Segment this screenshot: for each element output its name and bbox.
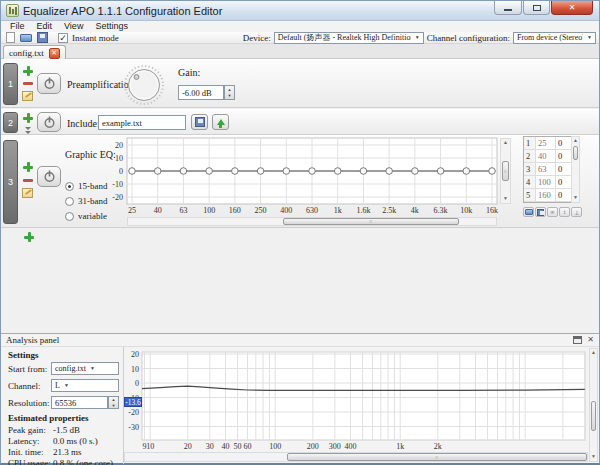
svg-text:63: 63: [179, 206, 187, 215]
scrollbar-thumb[interactable]: [573, 146, 578, 160]
minimize-button[interactable]: [494, 1, 522, 15]
device-select[interactable]: Default (扬声器 - Realtek High Definition A…: [274, 32, 424, 44]
preamp-power-button[interactable]: [37, 73, 61, 94]
cpu-usage-label: CPU usage:: [8, 458, 51, 465]
eq-band-handle[interactable]: [437, 168, 444, 175]
new-file-button[interactable]: [4, 32, 17, 43]
row-number[interactable]: 1: [3, 63, 18, 105]
flatten-response-button[interactable]: ∞: [547, 207, 558, 217]
tab-config-txt[interactable]: config.txt ✕: [3, 45, 66, 60]
scrollbar-thumb[interactable]: ≡: [283, 218, 460, 225]
eq-band-handle[interactable]: [412, 168, 419, 175]
scroll-down-icon[interactable]: ▼: [501, 195, 510, 203]
instant-mode-checkbox[interactable]: ✓: [58, 33, 68, 43]
open-file-button[interactable]: [20, 32, 33, 43]
svg-text:250: 250: [255, 206, 267, 215]
band-gain-cell[interactable]: 0: [556, 176, 571, 188]
eq-band-handle[interactable]: [283, 168, 290, 175]
add-filter-icon[interactable]: [23, 162, 33, 172]
eq-mode-radio[interactable]: [65, 197, 74, 206]
eq-plot-svg[interactable]: 20100-10-202540631001602504006301k1.6k2.…: [101, 136, 514, 215]
invert-response-button[interactable]: ↕: [559, 207, 570, 217]
include-power-button[interactable]: [37, 112, 61, 132]
analysis-plot-svg[interactable]: 20100-10-20-3091020304050601002003004001…: [124, 348, 588, 452]
eq-band-handle[interactable]: [334, 168, 341, 175]
channel-select[interactable]: L ▼: [51, 379, 119, 392]
float-panel-icon[interactable]: [573, 336, 582, 344]
scroll-up-icon[interactable]: ▲: [501, 139, 510, 147]
eq-band-handle[interactable]: [386, 168, 393, 175]
normalize-response-button[interactable]: ⊥: [571, 207, 582, 217]
band-gain-cell[interactable]: 0: [556, 150, 571, 162]
remove-filter-icon[interactable]: [23, 179, 33, 182]
eq-band-handle[interactable]: [154, 168, 161, 175]
band-gain-cell[interactable]: 0: [556, 137, 571, 149]
gain-spinner[interactable]: ▲ ▼: [224, 85, 235, 100]
scrollbar-thumb[interactable]: [591, 401, 596, 431]
menu-view[interactable]: View: [58, 21, 89, 32]
analysis-horizontal-scrollbar[interactable]: ≡: [124, 452, 588, 462]
band-gain-cell[interactable]: 0: [556, 163, 571, 175]
eq-mode-radio[interactable]: [65, 182, 74, 191]
row-number[interactable]: 3: [3, 140, 18, 224]
graphic-eq-power-button[interactable]: [37, 166, 61, 187]
band-frequency-cell[interactable]: 160: [536, 189, 556, 201]
scrollbar-thumb[interactable]: ≡: [502, 161, 509, 181]
open-in-editor-button[interactable]: [212, 114, 229, 130]
band-frequency-cell[interactable]: 100: [536, 176, 556, 188]
scroll-up-icon[interactable]: ▲: [572, 137, 579, 145]
filter-row-include: 2 Include: example.txt: [1, 109, 599, 135]
resolution-input[interactable]: 65536: [51, 396, 108, 409]
close-panel-icon[interactable]: ✕: [587, 335, 594, 344]
edit-filter-icon[interactable]: [22, 91, 33, 101]
browse-file-button[interactable]: [191, 114, 208, 130]
row-number[interactable]: 2: [3, 112, 18, 133]
band-frequency-cell[interactable]: 63: [536, 163, 556, 175]
gain-knob[interactable]: [123, 61, 165, 108]
eq-band-handle[interactable]: [206, 168, 213, 175]
title-bar[interactable]: Equalizer APO 1.1.1 Configuration Editor…: [1, 1, 599, 21]
band-table-scrollbar[interactable]: ▲ ▼: [571, 136, 580, 203]
import-response-button[interactable]: [523, 207, 534, 217]
menu-file[interactable]: File: [4, 21, 31, 32]
band-gain-cell[interactable]: 0: [556, 189, 571, 201]
collapse-chevron-icon[interactable]: [25, 127, 32, 135]
eq-mode-radio[interactable]: [65, 212, 74, 221]
eq-band-handle[interactable]: [129, 168, 136, 175]
eq-band-handle[interactable]: [180, 168, 187, 175]
tab-close-button[interactable]: ✕: [49, 48, 60, 59]
menu-settings[interactable]: Settings: [89, 21, 134, 32]
include-file-input[interactable]: example.txt: [98, 115, 186, 130]
close-button[interactable]: ✕: [551, 1, 593, 15]
eq-band-handle[interactable]: [360, 168, 367, 175]
eq-vertical-scrollbar[interactable]: ▲ ≡ ▼: [500, 138, 511, 204]
resolution-spinner[interactable]: ▲ ▼: [108, 396, 119, 409]
menu-edit[interactable]: Edit: [31, 21, 59, 32]
eq-band-handle[interactable]: [257, 168, 264, 175]
eq-band-handle[interactable]: [463, 168, 470, 175]
maximize-button[interactable]: [523, 1, 550, 15]
add-filter-icon[interactable]: [23, 66, 33, 76]
scroll-up-icon[interactable]: ▲: [590, 349, 597, 357]
analysis-vertical-scrollbar[interactable]: ▲ ▼: [589, 348, 598, 462]
save-file-button[interactable]: [36, 32, 49, 43]
band-frequency-cell[interactable]: 40: [536, 150, 556, 162]
eq-band-handle[interactable]: [232, 168, 239, 175]
scroll-down-icon[interactable]: ▼: [590, 453, 597, 461]
eq-band-handle[interactable]: [489, 168, 496, 175]
eq-horizontal-scrollbar[interactable]: ≡: [127, 217, 497, 226]
up-arrow-icon: [217, 119, 225, 125]
close-icon: ✕: [569, 3, 576, 12]
scrollbar-thumb[interactable]: ≡: [287, 453, 587, 461]
add-filter-icon[interactable]: [23, 113, 33, 123]
add-filter-icon[interactable]: [24, 232, 34, 242]
eq-band-handle[interactable]: [309, 168, 316, 175]
scroll-down-icon[interactable]: ▼: [572, 194, 579, 202]
export-response-button[interactable]: [535, 207, 546, 217]
edit-filter-icon[interactable]: [22, 188, 33, 198]
band-frequency-cell[interactable]: 25: [536, 137, 556, 149]
gain-input[interactable]: -6.00 dB: [178, 85, 224, 100]
channel-config-select[interactable]: From device (Stereo) ▼: [513, 32, 596, 44]
remove-filter-icon[interactable]: [23, 82, 33, 85]
start-from-select[interactable]: config.txt ▼: [51, 362, 119, 375]
